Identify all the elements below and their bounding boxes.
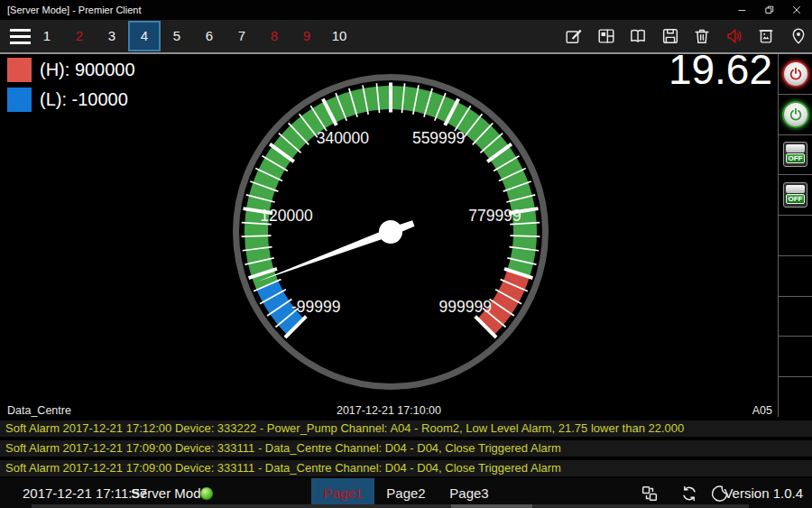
maximize-icon	[763, 4, 776, 16]
minimize-icon	[736, 4, 749, 16]
trash-icon[interactable]	[692, 26, 712, 46]
image-bin-icon[interactable]	[756, 26, 776, 46]
gauge-caption: 2017-12-21 17:10:00 Data_Centre A05	[0, 404, 778, 419]
power-icon	[788, 106, 804, 123]
page-button-2[interactable]: 2	[63, 21, 96, 51]
sidebar-cell	[779, 256, 812, 297]
svg-text:999999: 999999	[439, 298, 492, 316]
svg-text:779999: 779999	[468, 207, 521, 225]
scrollbar-thumb[interactable]	[451, 504, 532, 508]
app-window: [Server Mode] - Premier Client 123456789…	[0, 0, 812, 508]
control-sidebar: OFF OFF	[778, 54, 812, 417]
toggle-switch-1[interactable]: OFF	[783, 142, 807, 167]
low-alarm-swatch	[7, 88, 32, 112]
page-button-5[interactable]: 5	[161, 21, 193, 51]
low-alarm-label: (L): -10000	[40, 88, 128, 112]
alarm-row[interactable]: Soft Alarm 2017-12-21 17:12:00 Device: 3…	[0, 420, 812, 437]
current-value-display: 19.62	[669, 45, 772, 94]
page-button-9[interactable]: 9	[291, 21, 323, 51]
edit-icon[interactable]	[564, 26, 584, 46]
swap-layout-icon[interactable]	[640, 484, 660, 503]
sidebar-cell	[779, 95, 812, 135]
gauge-timestamp: 2017-12-21 17:10:00	[0, 404, 778, 417]
window-controls	[729, 0, 810, 20]
toggle-rocker	[786, 185, 805, 193]
layout-icon[interactable]	[596, 26, 616, 46]
power-on-button[interactable]	[782, 101, 809, 128]
sync-icon[interactable]	[679, 484, 699, 503]
sidebar-cell: OFF	[779, 135, 812, 176]
sidebar-cell	[779, 337, 812, 377]
speaker-icon[interactable]	[724, 26, 744, 46]
page-button-8[interactable]: 8	[258, 21, 291, 51]
close-icon	[790, 4, 803, 16]
server-status-led	[200, 487, 213, 500]
toolbar-icons	[564, 26, 808, 46]
svg-text:-99999: -99999	[291, 298, 341, 316]
titlebar: [Server Mode] - Premier Client	[0, 0, 812, 20]
toggle-rocker	[786, 144, 805, 152]
horizontal-scrollbar[interactable]	[32, 504, 749, 508]
hamburger-menu-icon[interactable]	[10, 29, 31, 44]
alarm-row[interactable]: Soft Alarm 2017-12-21 17:09:00 Device: 3…	[0, 460, 812, 476]
sidebar-cell	[779, 216, 812, 256]
svg-text:120000: 120000	[260, 207, 313, 225]
sidebar-cell	[779, 54, 812, 95]
gauge-device-name: Data_Centre	[7, 404, 71, 417]
save-icon[interactable]	[660, 26, 680, 46]
sidebar-cell	[779, 377, 812, 417]
minimize-button[interactable]	[729, 0, 756, 20]
gauge-channel: A05	[752, 404, 772, 417]
toggle-state-label: OFF	[786, 153, 805, 163]
power-off-button[interactable]	[782, 60, 809, 88]
toggle-switch-2[interactable]: OFF	[783, 182, 807, 208]
maximize-button[interactable]	[756, 0, 783, 20]
page-button-7[interactable]: 7	[226, 21, 258, 51]
alarm-list: Soft Alarm 2017-12-21 17:12:00 Device: 3…	[0, 420, 812, 480]
page-number-list: 12345678910	[31, 21, 355, 51]
svg-text:559999: 559999	[412, 129, 465, 147]
page-button-1[interactable]: 1	[31, 21, 63, 51]
sidebar-cell	[779, 297, 812, 337]
gauge-chart: -99999120000340000559999779999999999	[210, 51, 571, 412]
page-button-4[interactable]: 4	[128, 21, 161, 51]
close-button[interactable]	[783, 0, 810, 20]
toggle-state-label: OFF	[786, 194, 805, 204]
alarm-row[interactable]: Soft Alarm 2017-12-21 17:09:00 Device: 3…	[0, 440, 812, 457]
statusbar: 2017-12-21 17:11:57 Server Mode Page1Pag…	[0, 478, 812, 508]
page-button-3[interactable]: 3	[96, 21, 128, 51]
page-button-10[interactable]: 10	[323, 21, 355, 51]
book-icon[interactable]	[628, 26, 648, 46]
high-alarm-swatch	[7, 58, 32, 82]
location-pin-icon[interactable]	[789, 26, 808, 46]
high-alarm-label: (H): 900000	[40, 58, 135, 82]
page-button-6[interactable]: 6	[193, 21, 226, 51]
svg-text:340000: 340000	[317, 129, 370, 147]
window-title: [Server Mode] - Premier Client	[7, 0, 142, 20]
sidebar-cell: OFF	[779, 175, 812, 216]
power-icon	[788, 66, 804, 82]
